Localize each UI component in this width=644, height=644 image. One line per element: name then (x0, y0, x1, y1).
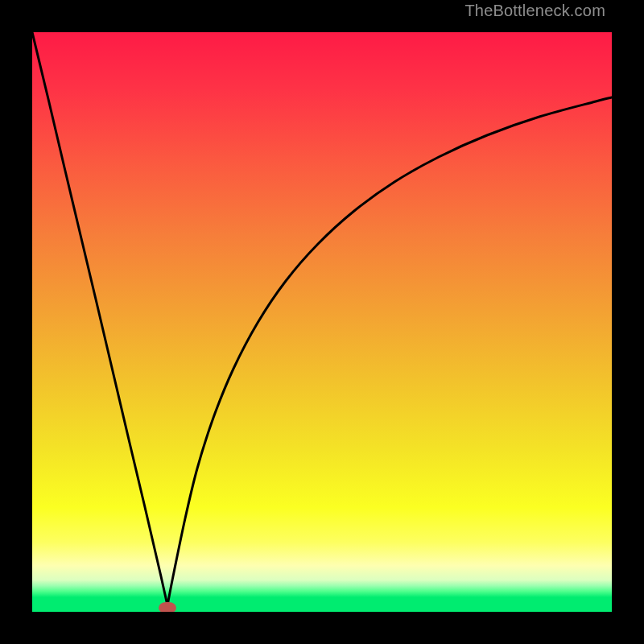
chart-frame: TheBottleneck.com (0, 0, 644, 644)
minimum-marker (159, 602, 176, 612)
plot-area (32, 32, 612, 612)
watermark-text: TheBottleneck.com (464, 2, 605, 20)
data-curve (32, 32, 612, 612)
